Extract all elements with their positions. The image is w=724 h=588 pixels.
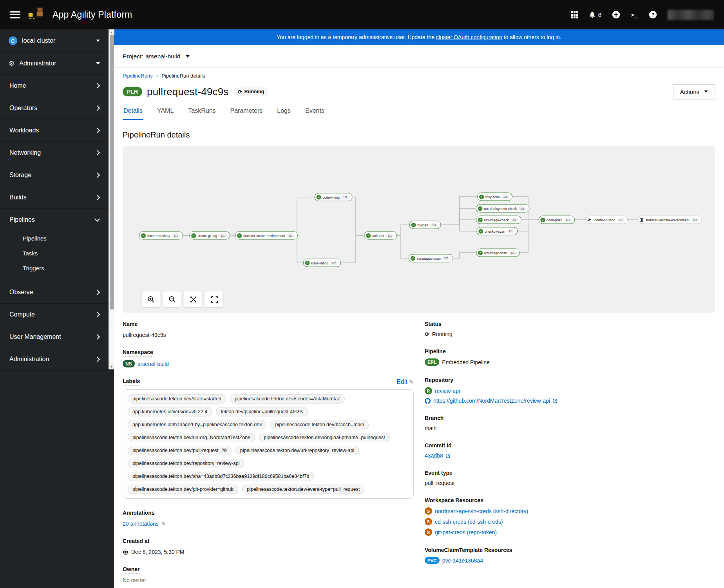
hamburger-menu-icon[interactable] <box>10 11 20 18</box>
scrollbar-thumb[interactable] <box>110 35 114 309</box>
task-name: sonarqube-scan <box>417 256 441 260</box>
pipeline-node-create-git-tag[interactable]: ✓create-git-tag1/1 <box>189 232 230 240</box>
sidebar-scrollbar[interactable]: ▲ ▼ <box>109 29 114 369</box>
label-chip: pipelinesascode.tekton.dev/event-type=pu… <box>242 485 364 494</box>
sidebar-subitem-triggers[interactable]: Triggers <box>0 261 109 275</box>
edit-labels-link[interactable]: Edit <box>396 378 407 385</box>
task-name: rox-deployment-check <box>484 206 517 210</box>
scroll-down-icon[interactable]: ▼ <box>109 364 114 369</box>
pvc-link[interactable]: pvc-a41e1368a4 <box>442 557 483 564</box>
task-name: kube-linting <box>311 261 328 265</box>
task-step-count: 2/2 <box>442 256 450 261</box>
sidebar-subitem-tasks[interactable]: Tasks <box>0 246 109 261</box>
task-name: helm-push <box>547 218 562 222</box>
svg-text:?: ? <box>651 12 654 18</box>
breadcrumb-item-pipelineruns[interactable]: PipelineRuns <box>123 73 153 79</box>
hourglass-icon <box>640 217 644 222</box>
pipeline-node-helm-push[interactable]: ✓helm-push1/1 <box>538 216 575 224</box>
pipeline-node-buildah[interactable]: ✓buildah3/3 <box>409 221 441 229</box>
sidebar-item-user-management[interactable]: User Management <box>0 326 109 348</box>
label-chip: pipelinesascode.tekton.dev/git-provider=… <box>128 485 238 494</box>
fit-to-screen-button[interactable] <box>184 291 202 307</box>
pipeline-visualization-panel: ✓fetch-repository1/1✓create-git-tag1/1✓s… <box>123 146 715 313</box>
check-circle-icon: ✓ <box>317 195 321 199</box>
sidebar-item-administration[interactable]: Administration <box>0 348 109 370</box>
sidebar-item-builds[interactable]: Builds <box>0 186 109 208</box>
pipeline-node-checkov-scan[interactable]: ✓checkov-scan1/1 <box>476 227 518 235</box>
label-chip: app.kubernetes.io/version=v0.22.4 <box>128 407 212 416</box>
pipeline-node-unit-test[interactable]: ✓unit-test1/1 <box>364 232 397 240</box>
repository-link[interactable]: review-api <box>435 388 460 394</box>
reset-view-button[interactable] <box>205 291 223 307</box>
pencil-icon: ✎ <box>409 379 414 385</box>
sidebar-item-label: Administration <box>9 356 49 363</box>
pipeline-node-stakater-create-environment[interactable]: ✓stakater-create-environment1/1 <box>235 232 298 240</box>
label-chip: pipelinesascode.tekton.dev/repository=re… <box>128 459 244 468</box>
tab-bar: DetailsYAMLTaskRunsParametersLogsEvents <box>123 107 715 120</box>
check-circle-icon: ✓ <box>478 229 483 233</box>
sidebar-item-label: Workloads <box>9 127 39 134</box>
section-title: PipelineRun details <box>123 130 715 139</box>
sidebar-item-label: User Management <box>9 333 61 340</box>
tab-taskruns[interactable]: TaskRuns <box>187 107 216 120</box>
scroll-up-icon[interactable]: ▲ <box>109 29 114 35</box>
workspace-resource-link[interactable]: cd-ssh-creds (cd-ssh-creds) <box>435 519 503 525</box>
task-name: fetch-repository <box>147 233 170 237</box>
zoom-in-button[interactable] <box>142 291 160 307</box>
user-menu[interactable] <box>668 10 714 20</box>
sidebar-item-storage[interactable]: Storage <box>0 164 109 186</box>
sidebar-item-networking[interactable]: Networking <box>0 142 109 164</box>
pipeline-node-fetch-repository[interactable]: ✓fetch-repository1/1 <box>139 232 183 240</box>
label-chip: pipelinesascode.tekton.dev/url-repositor… <box>235 446 359 455</box>
sidebar-item-pipelines[interactable]: Pipelines <box>0 209 109 231</box>
tab-details[interactable]: Details <box>123 107 143 120</box>
tab-logs[interactable]: Logs <box>276 107 291 120</box>
namespace-link[interactable]: arsenal-build <box>138 361 169 367</box>
tab-parameters[interactable]: Parameters <box>230 107 264 120</box>
sidebar-item-observe[interactable]: Observe <box>0 281 109 303</box>
sidebar-item-operators[interactable]: Operators <box>0 97 109 119</box>
check-circle-icon: ✓ <box>479 194 484 199</box>
actions-dropdown-button[interactable]: Actions <box>673 84 715 100</box>
pipeline-node-stakater-validate-environment[interactable]: stakater-validate-environment0/1 <box>638 216 702 224</box>
pencil-icon: ✎ <box>161 521 166 527</box>
sidebar-item-workloads[interactable]: Workloads <box>0 119 109 141</box>
pipeline-node-sonarqube-scan[interactable]: ✓sonarqube-scan2/2 <box>409 254 453 262</box>
sidebar-item-label: Compute <box>9 311 35 318</box>
web-terminal-icon[interactable]: >_ <box>631 12 638 18</box>
commit-link[interactable]: 43adb8 <box>425 452 443 459</box>
pipeline-node-trivy-scan[interactable]: ✓trivy-scan1/1 <box>477 193 512 201</box>
tab-events[interactable]: Events <box>304 107 325 120</box>
breadcrumb-item-pipelinerun-details: PipelineRun details <box>161 73 205 79</box>
task-step-count: 3/3 <box>430 223 438 227</box>
app-launcher-icon[interactable] <box>571 11 578 18</box>
workspace-resource-link[interactable]: git-pat-creds (repo-token) <box>435 529 497 536</box>
task-name: buildah <box>418 223 428 227</box>
pipeline-node-code-linting[interactable]: ✓code-linting1/1 <box>315 193 353 201</box>
check-circle-icon: ✓ <box>478 206 482 211</box>
annotations-link[interactable]: 20 annotations <box>123 521 159 527</box>
sidebar-subitem-pipelines[interactable]: Pipelines <box>0 231 109 246</box>
oauth-config-link[interactable]: cluster OAuth configuration <box>436 34 502 40</box>
sidebar-item-compute[interactable]: Compute <box>0 304 109 326</box>
pipeline-node-update-cd-repo[interactable]: ⟳update-cd-repo0/1 <box>586 216 628 224</box>
notifications-bell-icon[interactable]: 8 <box>589 11 601 18</box>
pipeline-node-rox-image-check[interactable]: ✓rox-image-check1/1 <box>476 216 521 224</box>
workspace-resource-link[interactable]: nordmart-api-ssh-creds (ssh-directory) <box>435 508 528 514</box>
perspective-switcher[interactable]: ⚙ Administrator <box>0 52 109 75</box>
breadcrumb-separator: › <box>156 72 158 79</box>
chevron-down-icon <box>704 90 708 93</box>
tab-yaml[interactable]: YAML <box>156 107 174 120</box>
check-circle-icon: ✓ <box>141 233 146 238</box>
project-selector[interactable]: Project: arsenal-build <box>114 45 724 68</box>
sidebar-item-home[interactable]: Home <box>0 75 109 97</box>
zoom-out-button[interactable] <box>163 291 181 307</box>
help-icon[interactable]: ? <box>649 11 657 19</box>
pipeline-node-kube-linting[interactable]: ✓kube-linting2/2 <box>303 259 341 267</box>
repository-url-link[interactable]: https://github.com/NordMartTestZone/revi… <box>433 398 550 404</box>
cluster-selector[interactable]: C local-cluster <box>0 29 109 52</box>
pipeline-node-rox-deployment-check[interactable]: ✓rox-deployment-check1/1 <box>476 204 529 213</box>
masthead: App Agility Platform 8 >_ ? <box>0 0 724 29</box>
quick-create-plus-icon[interactable] <box>612 11 620 19</box>
pipeline-node-rox-image-scan[interactable]: ✓rox-image-scan1/1 <box>476 249 520 257</box>
